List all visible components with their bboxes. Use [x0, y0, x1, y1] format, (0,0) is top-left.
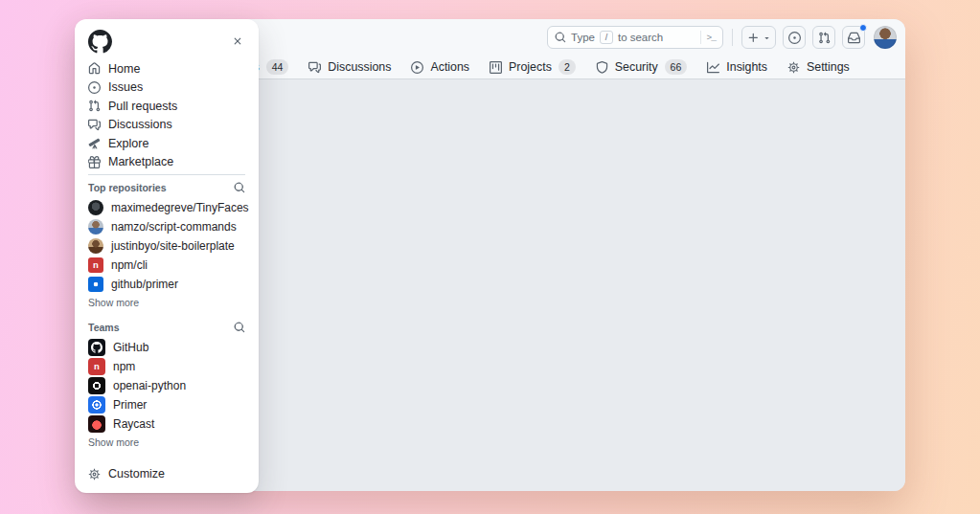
command-palette-icon[interactable]: >_ [707, 33, 716, 43]
customize-button[interactable]: Customize [88, 464, 165, 483]
repo-avatar [88, 219, 103, 235]
top-repositories-section: Top repositories maximedegreve/TinyFaces… [88, 177, 245, 311]
section-title: Teams [88, 322, 120, 333]
tab-projects[interactable]: Projects 2 [490, 59, 576, 75]
team-search-button[interactable] [234, 322, 245, 333]
chevron-down-icon [763, 34, 771, 42]
slash-key: / [600, 31, 613, 44]
team-item[interactable]: GitHub [88, 338, 245, 357]
search-placeholder: Type [571, 32, 595, 43]
issue-opened-icon [88, 81, 101, 94]
repo-item[interactable]: github/primer [88, 275, 245, 294]
gift-icon [88, 156, 101, 168]
team-avatar [88, 339, 105, 356]
telescope-icon [88, 137, 101, 149]
repo-item[interactable]: maximedegreve/TinyFaces [88, 198, 245, 217]
repos-show-more[interactable]: Show more [88, 294, 245, 311]
nav-item-label: Explore [108, 137, 148, 150]
repo-item[interactable]: justinbyo/site-boilerplate [88, 236, 245, 256]
repo-name: justinbyo/site-boilerplate [111, 239, 235, 253]
gear-icon [787, 61, 800, 74]
nav-item-marketplace[interactable]: Marketplace [88, 153, 245, 172]
tab-label: Actions [430, 60, 469, 74]
section-title: Top repositories [88, 182, 166, 193]
repo-item[interactable]: namzo/script-commands [88, 217, 245, 236]
repo-avatar [88, 200, 103, 215]
team-name: npm [113, 360, 135, 373]
tab-discussions[interactable]: Discussions [308, 60, 391, 74]
repo-avatar [88, 238, 103, 254]
inbox-button[interactable] [842, 26, 865, 49]
graph-icon [707, 61, 719, 74]
issues-button[interactable] [783, 26, 806, 49]
tab-label: Security [615, 60, 658, 74]
tab-count-badge: 44 [266, 59, 289, 75]
search-icon [555, 32, 566, 43]
header-divider [732, 29, 733, 46]
create-new-button[interactable] [741, 26, 776, 49]
repo-name: maximedegreve/TinyFaces [111, 201, 249, 214]
repo-avatar [88, 257, 103, 273]
comment-discussion-icon [88, 119, 101, 131]
notification-dot [859, 24, 867, 32]
user-avatar[interactable] [874, 26, 897, 49]
play-icon [411, 61, 423, 74]
search-input[interactable]: Type / to search >_ [547, 26, 723, 49]
nav-item-label: Home [108, 62, 140, 76]
team-name: Primer [113, 398, 147, 412]
repo-search-button[interactable] [234, 182, 245, 193]
git-pull-request-icon [818, 32, 831, 44]
tab-settings[interactable]: Settings [787, 60, 850, 74]
tab-label: Projects [509, 60, 552, 74]
nav-item-discussions[interactable]: Discussions [88, 116, 245, 135]
search-divider [700, 31, 701, 44]
teams-show-more[interactable]: Show more [88, 434, 245, 451]
github-mark-icon [91, 342, 103, 353]
tab-actions[interactable]: Actions [411, 60, 469, 74]
tab-insights[interactable]: Insights [707, 60, 767, 74]
close-drawer-button[interactable] [230, 34, 245, 49]
repo-avatar [88, 277, 103, 292]
navigation-drawer: Home Issues Pull requests Discussions Ex… [75, 19, 259, 493]
team-item[interactable]: Primer [88, 395, 245, 414]
nav-item-label: Issues [108, 80, 143, 94]
project-icon [490, 61, 502, 74]
team-item[interactable]: Raycast [88, 414, 245, 434]
tab-label: Settings [807, 60, 850, 74]
team-avatar [88, 377, 105, 394]
nav-item-home[interactable]: Home [88, 59, 245, 78]
git-pull-request-icon [88, 100, 101, 112]
drawer-nav: Home Issues Pull requests Discussions Ex… [88, 59, 245, 171]
pull-requests-button[interactable] [812, 26, 835, 49]
search-placeholder-suffix: to search [618, 32, 663, 43]
search-icon [234, 322, 245, 333]
drawer-divider [88, 174, 245, 175]
nav-item-pull-requests[interactable]: Pull requests [88, 97, 245, 116]
tab-count-badge: 66 [665, 59, 688, 75]
issue-opened-icon [788, 32, 801, 44]
comment-discussion-icon [308, 61, 321, 74]
team-item[interactable]: openai-python [88, 376, 245, 395]
nav-item-explore[interactable]: Explore [88, 134, 245, 153]
teams-section: Teams GitHub npm openai-python Primer Ra… [88, 317, 245, 451]
tab-security[interactable]: Security 66 [596, 59, 687, 75]
plus-icon [747, 32, 760, 44]
inbox-icon [848, 32, 860, 44]
tab-count-badge: 2 [558, 59, 576, 75]
repo-name: namzo/script-commands [111, 220, 237, 234]
team-name: GitHub [113, 341, 148, 354]
team-name: openai-python [113, 379, 186, 392]
team-avatar [88, 415, 105, 433]
team-item[interactable]: npm [88, 357, 245, 376]
nav-item-issues[interactable]: Issues [88, 78, 245, 98]
tab-label: Discussions [328, 60, 391, 74]
nav-item-label: Marketplace [108, 155, 173, 168]
search-icon [234, 182, 245, 193]
nav-item-label: Discussions [108, 118, 172, 131]
repo-name: npm/cli [111, 258, 148, 272]
repo-item[interactable]: npm/cli [88, 256, 245, 275]
shield-icon [596, 61, 608, 74]
gear-icon [88, 468, 101, 480]
repo-name: github/primer [111, 278, 178, 291]
home-icon [88, 62, 101, 75]
